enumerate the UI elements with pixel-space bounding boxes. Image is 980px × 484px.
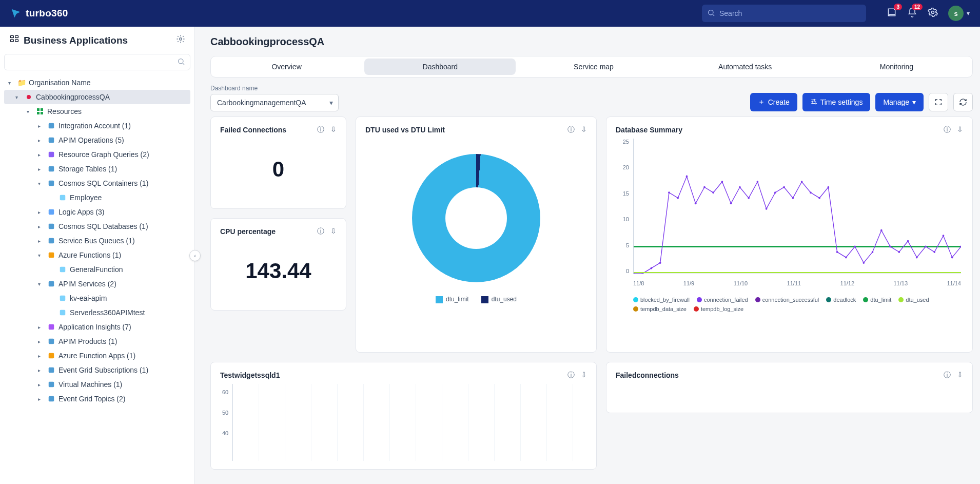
svg-rect-30 [49,367,54,373]
svg-point-6 [180,38,182,41]
svg-rect-23 [60,267,66,273]
svg-rect-9 [37,108,40,111]
resource-icon [58,265,67,274]
main: CabbookingprocessQA OverviewDashboardSer… [195,27,980,484]
svg-rect-19 [49,209,54,215]
resource-icon [58,308,67,317]
tree-item[interactable]: ▸Cosmos SQL Databases (1) [4,219,190,234]
tree-item[interactable]: ▸Application Insights (7) [4,320,190,334]
sidebar-settings-icon[interactable] [176,34,185,46]
tree-org[interactable]: ▾📁Organisation Name [4,75,190,90]
download-icon[interactable]: ⇩ [581,371,587,380]
tree-item[interactable]: ▸Storage Tables (1) [4,162,190,176]
svg-rect-12 [41,112,43,114]
svg-rect-13 [49,123,54,129]
svg-point-38 [651,267,653,269]
download-icon[interactable]: ⇩ [330,227,337,236]
svg-rect-21 [49,238,54,244]
svg-point-43 [695,202,697,204]
svg-rect-28 [49,339,54,344]
tree-item[interactable]: ▾APIM Services (2) [4,277,190,291]
tab-service-map[interactable]: Service map [518,56,669,77]
tree-item[interactable]: ▾Azure Functions (1) [4,248,190,262]
info-icon[interactable]: ⓘ [317,227,324,236]
bell-icon[interactable]: 12 [907,7,917,20]
tab-monitoring[interactable]: Monitoring [821,56,972,77]
tree-app[interactable]: ▾CabbookingprocessQA [4,90,190,104]
manage-button[interactable]: Manage ▾ [875,93,924,111]
resource-icon [47,251,55,259]
user-menu[interactable]: s ▾ [948,6,970,21]
svg-rect-14 [49,138,54,143]
download-icon[interactable]: ⇩ [330,125,337,134]
tree-item[interactable]: ▸Virtual Machines (1) [4,377,190,392]
download-icon[interactable]: ⇩ [581,125,587,134]
fullscreen-button[interactable] [929,93,948,111]
resource-icon [47,280,55,288]
gear-icon[interactable] [928,7,938,20]
widget-testwidgetssqld1: Testwidgetssqld1 ⓘ ⇩ 605040 [210,362,597,470]
chevron-down-icon: ▾ [912,98,916,106]
create-button-label: Create [768,98,790,106]
tree-item[interactable]: ▸Service Bus Queues (1) [4,234,190,248]
tree-item[interactable]: ▸Resource Graph Queries (2) [4,147,190,162]
tab-overview[interactable]: Overview [211,56,362,77]
dashboard-select[interactable]: CarbookingmanagementQA [210,94,339,111]
tab-dashboard[interactable]: Dashboard [364,59,516,75]
chevron-down-icon: ▾ [967,10,970,17]
svg-point-72 [951,256,953,258]
download-icon[interactable]: ⇩ [957,371,963,380]
tree-item[interactable]: ▸Integration Account (1) [4,119,190,133]
svg-point-39 [659,262,661,264]
svg-rect-32 [49,396,54,402]
tree-item[interactable]: ▸Event Grid Topics (2) [4,392,190,406]
svg-point-57 [818,197,820,199]
tree-item[interactable]: ▸APIM Operations (5) [4,133,190,147]
svg-point-34 [812,101,813,102]
info-icon[interactable]: ⓘ [317,125,324,134]
svg-point-33 [814,99,815,100]
refresh-button[interactable] [953,93,973,111]
tree-resources[interactable]: ▾Resources [4,104,190,119]
tree-item[interactable]: ▸Logic Apps (3) [4,205,190,219]
svg-point-60 [845,256,847,258]
widget-title: Failedconnections [616,371,679,379]
info-icon[interactable]: ⓘ [944,371,951,380]
tree-item[interactable]: Employee [4,190,190,205]
tab-automated-tasks[interactable]: Automated tasks [670,56,821,77]
svg-point-42 [686,176,688,178]
tree-item[interactable]: ▾Cosmos SQL Containers (1) [4,176,190,190]
tree-item[interactable]: Serverless360APIMtest [4,305,190,320]
info-icon[interactable]: ⓘ [567,125,575,134]
svg-point-61 [854,245,856,247]
create-button[interactable]: ＋ Create [750,93,797,111]
sidebar-collapse-handle[interactable]: ‹ [189,250,201,261]
legend-item: dtu_used [492,296,517,303]
alerts-badge: 3 [894,4,902,10]
info-icon[interactable]: ⓘ [944,125,951,134]
svg-point-7 [179,59,183,64]
alerts-icon[interactable]: 3 [887,7,897,20]
svg-point-49 [748,197,750,199]
tree-item[interactable]: ▸Event Grid Subscriptions (1) [4,363,190,377]
download-icon[interactable]: ⇩ [957,125,963,134]
sidebar: Business Applications ▾📁Organisation Nam… [0,27,195,484]
info-icon[interactable]: ⓘ [567,371,575,380]
tree-item[interactable]: kv-eai-apim [4,291,190,305]
sidebar-search-input[interactable] [4,54,190,70]
tree-item[interactable]: GeneralFunction [4,262,190,277]
legend-item: blocked_by_firewall [633,297,690,303]
tree-item[interactable]: ▸APIM Products (1) [4,334,190,349]
svg-point-1 [932,11,934,14]
svg-point-50 [757,181,759,183]
svg-point-51 [766,208,768,210]
tree-item[interactable]: ▸Azure Function Apps (1) [4,349,190,363]
svg-point-47 [730,202,732,204]
search-input[interactable] [702,5,866,22]
svg-point-68 [916,256,918,258]
svg-point-55 [801,181,803,183]
svg-rect-26 [60,310,66,316]
time-settings-button[interactable]: Time settings [802,93,871,111]
legend-item: connection_successful [755,297,819,303]
svg-rect-20 [49,224,54,229]
